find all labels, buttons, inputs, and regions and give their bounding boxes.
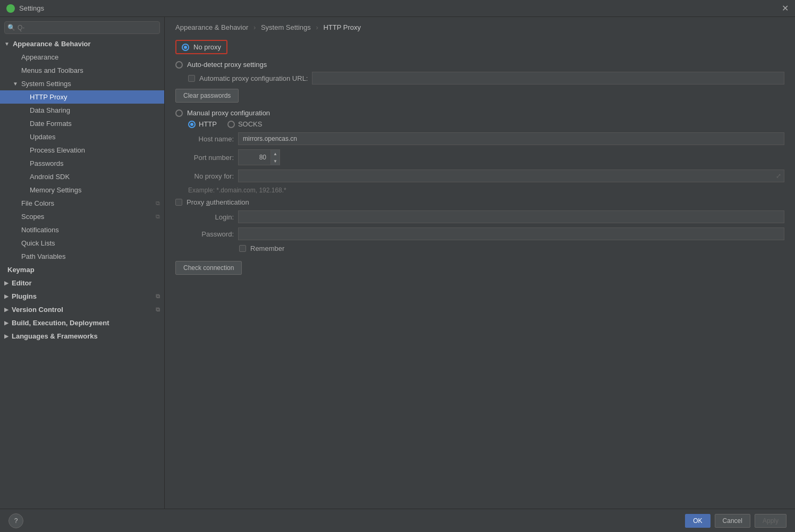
port-number-row: Port number: 80 ▲ ▼: [175, 149, 784, 165]
sidebar-item-file-colors[interactable]: File Colors ⧉: [0, 197, 164, 210]
breadcrumb-sep-2: ›: [316, 23, 318, 31]
manual-proxy-option[interactable]: Manual proxy configuration: [175, 109, 784, 117]
breadcrumb-appearance[interactable]: Appearance & Behavior: [175, 23, 248, 31]
sidebar-item-build-execution[interactable]: ▶ Build, Execution, Deployment: [0, 316, 164, 330]
expand-icon[interactable]: ⤢: [776, 172, 781, 180]
sidebar-item-system-settings[interactable]: ▼ System Settings: [0, 77, 164, 90]
login-input[interactable]: [238, 210, 784, 223]
port-input[interactable]: 80: [239, 150, 270, 165]
auto-config-label: Automatic proxy configuration URL:: [199, 74, 308, 82]
socks-protocol-option[interactable]: SOCKS: [227, 120, 263, 128]
no-proxy-radio[interactable]: [182, 44, 189, 51]
title-bar: Settings ✕: [0, 0, 795, 17]
http-radio[interactable]: [188, 121, 196, 128]
login-row: Login:: [175, 210, 784, 223]
host-name-input[interactable]: mirrors.opencas.cn: [238, 132, 784, 145]
settings-panel: No proxy Auto-detect proxy settings Auto…: [165, 36, 795, 509]
sidebar-sub-group-label: System Settings: [21, 80, 71, 88]
check-connection-row: Check connection: [175, 261, 784, 275]
build-execution-label: Build, Execution, Deployment: [12, 319, 109, 327]
auto-config-checkbox[interactable]: [188, 75, 195, 82]
port-increment-button[interactable]: ▲: [271, 150, 280, 157]
chevron-right-icon: ▶: [4, 293, 9, 299]
sidebar-item-languages-frameworks[interactable]: ▶ Languages & Frameworks: [0, 330, 164, 343]
breadcrumb-system-settings[interactable]: System Settings: [261, 23, 311, 31]
main-content: 🔍 ▼ Appearance & Behavior Appearance Men…: [0, 17, 795, 509]
chevron-right-icon: ▶: [4, 280, 9, 286]
no-proxy-option-highlighted[interactable]: No proxy: [175, 40, 227, 54]
port-input-wrap: 80 ▲ ▼: [238, 149, 280, 165]
file-colors-label: File Colors: [21, 199, 54, 207]
auto-config-url-input[interactable]: [312, 72, 784, 85]
sidebar-item-editor[interactable]: ▶ Editor: [0, 276, 164, 290]
sidebar-item-date-formats[interactable]: Date Formats: [0, 117, 164, 130]
copy-icon: ⧉: [156, 293, 160, 300]
sidebar-item-version-control[interactable]: ▶ Version Control ⧉: [0, 303, 164, 316]
apply-button[interactable]: Apply: [755, 514, 786, 528]
cancel-button[interactable]: Cancel: [715, 514, 750, 528]
copy-icon: ⧉: [156, 213, 160, 220]
sidebar-item-notifications[interactable]: Notifications: [0, 223, 164, 237]
footer-bar: ? OK Cancel Apply: [0, 509, 795, 532]
login-label: Login:: [175, 213, 234, 221]
sidebar-item-data-sharing[interactable]: Data Sharing: [0, 104, 164, 117]
password-label: Password:: [175, 230, 234, 238]
sidebar-item-http-proxy[interactable]: HTTP Proxy: [0, 90, 164, 104]
proxy-auth-checkbox[interactable]: [175, 199, 182, 206]
sidebar-item-keymap[interactable]: Keymap: [0, 263, 164, 276]
chevron-down-icon: ▼: [4, 41, 10, 47]
chevron-right-icon: ▶: [4, 333, 9, 339]
content-area: Appearance & Behavior › System Settings …: [165, 17, 795, 509]
sidebar-item-plugins[interactable]: ▶ Plugins ⧉: [0, 290, 164, 303]
port-number-label: Port number:: [175, 154, 234, 162]
password-row: Password:: [175, 227, 784, 240]
no-proxy-input-wrap: ⤢: [238, 170, 784, 182]
no-proxy-for-input[interactable]: [238, 170, 784, 182]
check-connection-button[interactable]: Check connection: [175, 261, 242, 275]
sidebar-item-android-sdk[interactable]: Android SDK: [0, 170, 164, 183]
auto-detect-option[interactable]: Auto-detect proxy settings: [175, 61, 784, 69]
auto-detect-radio[interactable]: [175, 61, 183, 69]
remember-checkbox[interactable]: [239, 245, 246, 252]
socks-radio[interactable]: [227, 121, 235, 128]
breadcrumb-current: HTTP Proxy: [323, 23, 361, 31]
footer-buttons: OK Cancel Apply: [685, 514, 786, 528]
sidebar-item-appearance-behavior[interactable]: ▼ Appearance & Behavior: [0, 37, 164, 50]
manual-proxy-radio[interactable]: [175, 109, 183, 117]
breadcrumb-sep-1: ›: [253, 23, 256, 31]
sidebar-item-appearance[interactable]: Appearance: [0, 50, 164, 64]
http-protocol-option[interactable]: HTTP: [188, 120, 217, 128]
chevron-right-icon: ▶: [4, 307, 9, 313]
auto-detect-label: Auto-detect proxy settings: [187, 61, 267, 69]
no-proxy-for-label: No proxy for:: [175, 172, 234, 180]
remember-row: Remember: [239, 244, 784, 252]
breadcrumb: Appearance & Behavior › System Settings …: [165, 17, 795, 36]
sidebar-item-menus-toolbars[interactable]: Menus and Toolbars: [0, 64, 164, 77]
search-input[interactable]: [4, 21, 160, 34]
sidebar-item-updates[interactable]: Updates: [0, 130, 164, 143]
sidebar-item-scopes[interactable]: Scopes ⧉: [0, 210, 164, 223]
host-name-label: Host name:: [175, 135, 234, 143]
keymap-label: Keymap: [7, 266, 35, 274]
sidebar-group-label: Appearance & Behavior: [13, 40, 91, 48]
port-decrement-button[interactable]: ▼: [271, 157, 280, 165]
clear-passwords-button[interactable]: Clear passwords: [175, 89, 239, 103]
sidebar-item-quick-lists[interactable]: Quick Lists: [0, 237, 164, 250]
close-button[interactable]: ✕: [782, 3, 789, 13]
sidebar-item-memory-settings[interactable]: Memory Settings: [0, 183, 164, 197]
plugins-label: Plugins: [12, 292, 37, 300]
password-input[interactable]: [238, 227, 784, 240]
ok-button[interactable]: OK: [685, 514, 710, 528]
window-title: Settings: [19, 4, 44, 12]
copy-icon: ⧉: [156, 200, 160, 207]
scopes-label: Scopes: [21, 213, 44, 221]
help-button[interactable]: ?: [9, 513, 23, 528]
version-control-label: Version Control: [12, 306, 63, 314]
sidebar-item-path-variables[interactable]: Path Variables: [0, 250, 164, 263]
sidebar-item-passwords[interactable]: Passwords: [0, 157, 164, 170]
socks-label: SOCKS: [238, 120, 263, 128]
search-icon: 🔍: [7, 24, 15, 31]
sidebar-item-process-elevation[interactable]: Process Elevation: [0, 143, 164, 157]
search-box[interactable]: 🔍: [4, 21, 160, 34]
host-name-row: Host name: mirrors.opencas.cn: [175, 132, 784, 145]
